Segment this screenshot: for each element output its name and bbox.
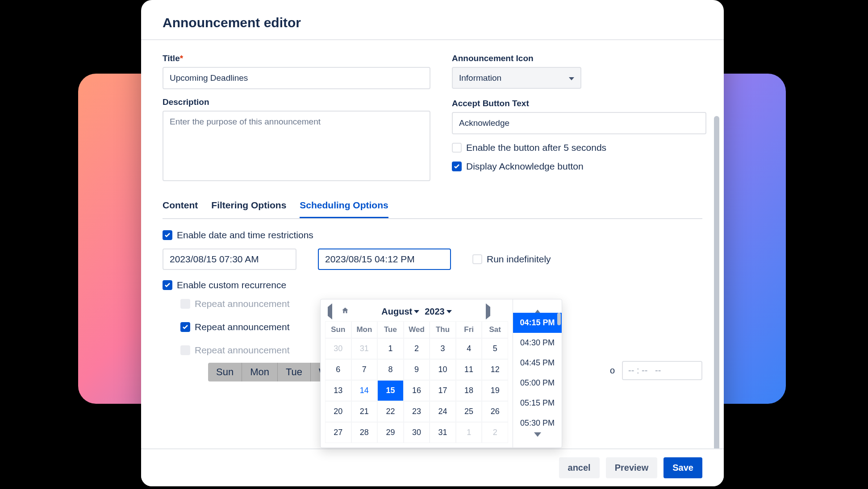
calendar-day[interactable]: 11	[456, 359, 482, 380]
repeat-3-checkbox[interactable]	[180, 345, 190, 355]
enable-restrictions-checkbox[interactable]	[163, 230, 172, 240]
calendar-day[interactable]: 15	[377, 380, 404, 401]
enable-restrictions-label: Enable date and time restrictions	[177, 230, 313, 240]
scrollbar-thumb[interactable]	[714, 116, 719, 455]
calendar-day[interactable]: 9	[404, 359, 430, 380]
calendar-day[interactable]: 16	[404, 380, 430, 401]
description-label: Description	[163, 97, 430, 107]
next-month-icon[interactable]	[486, 307, 490, 316]
datepicker-popover: August 2023 SunMonTueWedThuFriSat3031123…	[320, 299, 562, 448]
weekday-mon[interactable]: Mon	[242, 363, 278, 381]
calendar-grid: SunMonTueWedThuFriSat3031123456789101112…	[325, 321, 508, 443]
calendar-day[interactable]: 31	[430, 422, 456, 443]
calendar-day[interactable]: 23	[404, 401, 430, 422]
calendar-day[interactable]: 13	[325, 380, 351, 401]
enable-recurrence-label: Enable custom recurrence	[177, 280, 286, 290]
time-option[interactable]: 04:45 PM	[513, 353, 562, 373]
year-select[interactable]: 2023	[425, 307, 452, 317]
dow-header: Tue	[377, 321, 404, 338]
dow-header: Fri	[456, 321, 482, 338]
icon-label: Announcement Icon	[452, 54, 706, 63]
calendar-day[interactable]: 22	[377, 401, 404, 422]
calendar-day[interactable]: 6	[325, 359, 351, 380]
calendar-day[interactable]: 20	[325, 401, 351, 422]
dow-header: Sun	[325, 321, 351, 338]
calendar-day[interactable]: 1	[377, 338, 404, 359]
dow-header: Mon	[351, 321, 378, 338]
calendar-day[interactable]: 1	[456, 422, 482, 443]
calendar-day[interactable]: 4	[456, 338, 482, 359]
cancel-button[interactable]: ancel	[559, 457, 600, 478]
modal-title: Announcement editor	[163, 15, 702, 30]
time-scroll-down-icon[interactable]	[513, 434, 562, 448]
calendar-day[interactable]: 28	[351, 422, 378, 443]
repeat-1-label: Repeat announcement	[195, 298, 290, 309]
time-option[interactable]: 05:00 PM	[513, 373, 562, 393]
calendar-day[interactable]: 5	[482, 338, 508, 359]
start-date-input[interactable]	[163, 249, 296, 270]
dow-header: Thu	[430, 321, 456, 338]
time-option[interactable]: 04:30 PM	[513, 333, 562, 353]
tab-filtering[interactable]: Filtering Options	[211, 195, 286, 218]
calendar-day[interactable]: 17	[430, 380, 456, 401]
title-label: Title*	[163, 54, 430, 63]
display-ack-checkbox[interactable]	[452, 162, 462, 171]
time-list: 04:15 PM04:30 PM04:45 PM05:00 PM05:15 PM…	[513, 313, 562, 434]
dow-header: Wed	[404, 321, 430, 338]
calendar-day[interactable]: 14	[351, 380, 378, 401]
title-input[interactable]	[163, 67, 430, 89]
calendar-day[interactable]: 19	[482, 380, 508, 401]
calendar-day[interactable]: 26	[482, 401, 508, 422]
calendar-day[interactable]: 2	[482, 422, 508, 443]
time-option[interactable]: 05:15 PM	[513, 393, 562, 413]
calendar-day[interactable]: 30	[404, 422, 430, 443]
modal-header: Announcement editor	[141, 0, 724, 40]
calendar-day[interactable]: 25	[456, 401, 482, 422]
calendar-day[interactable]: 7	[351, 359, 378, 380]
preview-button[interactable]: Preview	[606, 457, 658, 478]
repeat-2-checkbox[interactable]	[180, 322, 190, 332]
run-indefinitely-label: Run indefinitely	[487, 254, 551, 265]
calendar-day[interactable]: 29	[377, 422, 404, 443]
enable-delay-checkbox[interactable]	[452, 143, 462, 153]
calendar-day[interactable]: 18	[456, 380, 482, 401]
time-scroll-up-icon[interactable]	[513, 299, 562, 313]
to-label: o	[610, 365, 615, 376]
icon-select[interactable]: Information	[452, 67, 581, 89]
time-scrollbar[interactable]	[557, 313, 561, 325]
calendar-day[interactable]: 24	[430, 401, 456, 422]
calendar-day[interactable]: 3	[430, 338, 456, 359]
end-date-input[interactable]	[318, 249, 451, 270]
calendar-day[interactable]: 30	[325, 338, 351, 359]
enable-delay-label: Enable the button after 5 seconds	[466, 142, 606, 153]
description-textarea[interactable]	[163, 111, 430, 181]
dow-header: Sat	[482, 321, 508, 338]
display-ack-label: Display Acknowledge button	[466, 161, 584, 172]
calendar-day[interactable]: 8	[377, 359, 404, 380]
tab-content[interactable]: Content	[163, 195, 198, 218]
time-option[interactable]: 05:30 PM	[513, 413, 562, 433]
time-to-input[interactable]	[622, 361, 702, 380]
accept-button-input[interactable]	[452, 112, 706, 134]
repeat-1-checkbox[interactable]	[180, 299, 190, 309]
calendar-day[interactable]: 21	[351, 401, 378, 422]
save-button[interactable]: Save	[664, 457, 702, 478]
run-indefinitely-checkbox[interactable]	[472, 254, 482, 264]
calendar-day[interactable]: 31	[351, 338, 378, 359]
accept-button-label: Accept Button Text	[452, 99, 706, 108]
month-select[interactable]: August	[381, 307, 419, 317]
time-option[interactable]: 04:15 PM	[513, 313, 562, 333]
modal-footer: ancel Preview Save	[141, 448, 724, 486]
tabs: Content Filtering Options Scheduling Opt…	[163, 195, 702, 219]
weekday-sun[interactable]: Sun	[208, 363, 242, 381]
home-icon[interactable]	[341, 307, 349, 317]
calendar-day[interactable]: 2	[404, 338, 430, 359]
weekday-tue[interactable]: Tue	[278, 363, 311, 381]
tab-scheduling[interactable]: Scheduling Options	[300, 195, 388, 218]
prev-month-icon[interactable]	[328, 307, 332, 316]
calendar-day[interactable]: 27	[325, 422, 351, 443]
enable-recurrence-checkbox[interactable]	[163, 280, 172, 290]
repeat-2-label: Repeat announcement	[195, 322, 290, 332]
calendar-day[interactable]: 10	[430, 359, 456, 380]
calendar-day[interactable]: 12	[482, 359, 508, 380]
